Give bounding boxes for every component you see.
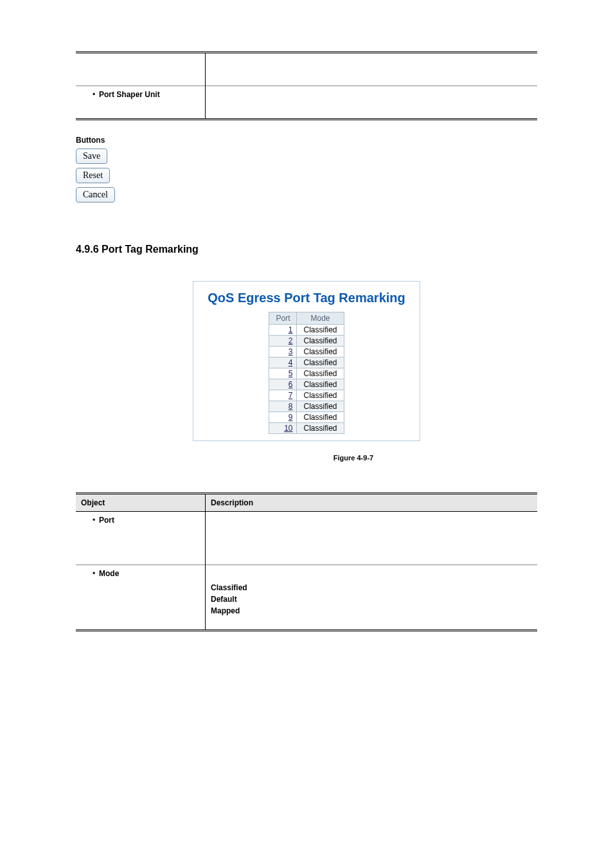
description-table: Object Description • Port • Mode Classi: [76, 493, 537, 631]
figure-caption: Figure 4-9-7: [170, 454, 537, 462]
buttons-heading: Buttons: [76, 136, 537, 145]
mode-label: Mode: [99, 569, 119, 578]
mode-cell: Classified: [297, 401, 344, 412]
table-row: 6Classified: [269, 379, 344, 390]
port-link[interactable]: 2: [269, 336, 297, 347]
mode-cell: Classified: [297, 347, 344, 357]
mode-cell: Classified: [297, 325, 344, 336]
object-header: Object: [76, 494, 206, 512]
table-row: 1Classified: [269, 325, 344, 336]
mode-cell: Classified: [297, 336, 344, 347]
port-label: Port: [99, 516, 114, 525]
buttons-stack: Save Reset Cancel: [76, 149, 537, 205]
mode-mapped: Mapped: [211, 606, 532, 615]
table-row: 3Classified: [269, 347, 344, 357]
mode-classified: Classified: [211, 583, 532, 592]
col-mode: Mode: [297, 312, 344, 325]
port-shaper-unit-label: Port Shaper Unit: [99, 90, 160, 99]
table-row: 10Classified: [269, 423, 344, 434]
mode-default: Default: [211, 595, 532, 604]
bullet-icon: •: [93, 90, 99, 99]
top-spec-table: • Port Shaper Unit: [76, 51, 537, 120]
table-row: 2Classified: [269, 336, 344, 347]
table-row: 8Classified: [269, 401, 344, 412]
section-heading: 4.9.6 Port Tag Remarking: [76, 244, 537, 255]
port-link[interactable]: 8: [269, 401, 297, 412]
port-link[interactable]: 10: [269, 423, 297, 434]
mode-cell: Classified: [297, 368, 344, 379]
bullet-icon: •: [93, 569, 99, 578]
cancel-button[interactable]: Cancel: [76, 187, 115, 203]
table-row: 7Classified: [269, 390, 344, 401]
port-link[interactable]: 1: [269, 325, 297, 336]
port-link[interactable]: 9: [269, 412, 297, 423]
port-link[interactable]: 6: [269, 379, 297, 390]
port-link[interactable]: 4: [269, 357, 297, 368]
mode-cell: Classified: [297, 390, 344, 401]
mode-cell: Classified: [297, 412, 344, 423]
bullet-icon: •: [93, 516, 99, 525]
table-row: 9Classified: [269, 412, 344, 423]
table-row: 5Classified: [269, 368, 344, 379]
reset-button[interactable]: Reset: [76, 168, 110, 183]
port-link[interactable]: 5: [269, 368, 297, 379]
mode-cell: Classified: [297, 357, 344, 368]
port-link[interactable]: 7: [269, 390, 297, 401]
table-row: 4Classified: [269, 357, 344, 368]
figure-box: QoS Egress Port Tag Remarking Port Mode …: [193, 281, 420, 441]
port-link[interactable]: 3: [269, 347, 297, 357]
figure-title: QoS Egress Port Tag Remarking: [208, 291, 405, 305]
col-port: Port: [269, 312, 297, 325]
mode-cell: Classified: [297, 379, 344, 390]
description-header: Description: [206, 494, 538, 512]
port-mode-table: Port Mode 1Classified2Classified3Classif…: [269, 312, 344, 434]
save-button[interactable]: Save: [76, 149, 107, 164]
mode-cell: Classified: [297, 423, 344, 434]
